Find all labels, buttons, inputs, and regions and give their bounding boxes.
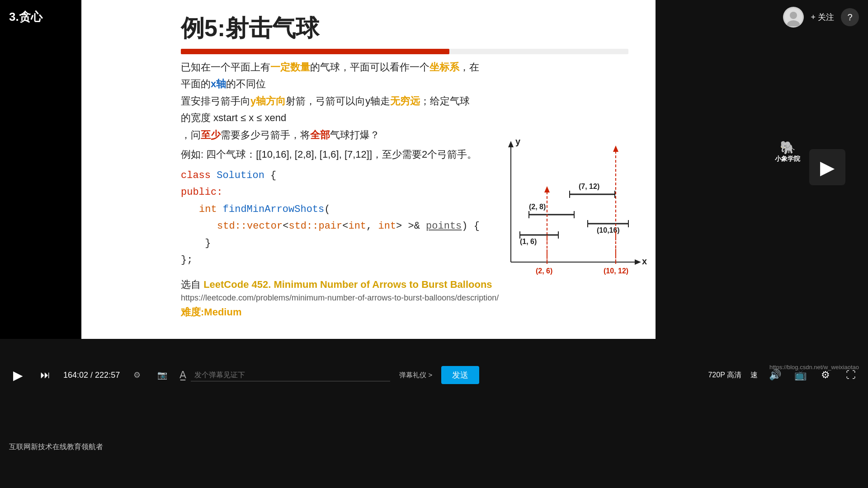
code-line3: int findMinArrowShots( bbox=[181, 201, 480, 218]
svg-text:(1, 6): (1, 6) bbox=[520, 238, 537, 245]
difficulty-line: 难度:Medium bbox=[181, 305, 628, 319]
tv-icon[interactable]: ▶ bbox=[809, 149, 845, 185]
bottom-bar: ▶ ⏭ 164:02 / 222:57 ⚙ 📷 A̲ 弹幕礼仪 > 发送 720… bbox=[0, 339, 868, 488]
svg-text:x: x bbox=[642, 256, 647, 266]
speed-button[interactable]: 速 bbox=[750, 371, 758, 380]
channel-info-row: 互联网新技术在线教育领航者 bbox=[9, 442, 859, 452]
quality-button[interactable]: 720P 高清 bbox=[708, 371, 741, 380]
svg-text:(10,16): (10,16) bbox=[597, 226, 620, 234]
screenshot-icon[interactable]: 📷 bbox=[154, 367, 170, 383]
leetcode-reference: 选自 LeetCode 452. Minimum Number of Arrow… bbox=[181, 278, 628, 319]
elephant-logo: 🐘 小象学院 bbox=[775, 140, 800, 190]
svg-point-34 bbox=[790, 12, 797, 19]
danmaku-text-icon[interactable]: A̲ bbox=[179, 369, 186, 381]
text-line3: ，问至少需要多少弓箭手，将全部气球打爆？ bbox=[181, 127, 479, 143]
avatar bbox=[783, 7, 804, 28]
text-line2: 置安排弓箭手向y轴方向射箭，弓箭可以向y轴走无穷远；给定气球的宽度 xstart… bbox=[181, 93, 479, 127]
slide-progress-fill bbox=[181, 49, 449, 54]
total-time: 222:57 bbox=[95, 371, 120, 380]
play-button[interactable]: ▶ bbox=[9, 366, 27, 384]
danmaku-input[interactable] bbox=[191, 369, 390, 381]
leetcode-url: https://leetcode.com/problems/minimum-nu… bbox=[181, 293, 628, 303]
svg-marker-11 bbox=[613, 145, 618, 152]
bottom-content-rows: 互联网新技术在线教育领航者 bbox=[0, 442, 868, 452]
svg-text:(2, 6): (2, 6) bbox=[536, 267, 552, 275]
code-line1: class Solution { bbox=[181, 167, 480, 184]
code-line5: } bbox=[181, 235, 480, 252]
time-display: 164:02 / 222:57 bbox=[63, 371, 120, 380]
danmaku-input-area: A̲ bbox=[179, 369, 390, 381]
svg-marker-1 bbox=[508, 141, 514, 147]
svg-text:(10, 12): (10, 12) bbox=[604, 267, 628, 275]
danmaku-settings-icon[interactable]: ⚙ bbox=[129, 367, 145, 383]
code-block: class Solution { public: int findMinArro… bbox=[181, 167, 480, 268]
blog-url: https://blog.csdn.net/w_weixiaotao bbox=[769, 364, 859, 371]
sidebar-right: + 关注 ? ▶ 🐘 小象学院 bbox=[656, 0, 868, 339]
controls-row: ▶ ⏭ 164:02 / 222:57 ⚙ 📷 A̲ 弹幕礼仪 > 发送 720… bbox=[0, 361, 868, 389]
svg-marker-4 bbox=[635, 259, 641, 265]
slide-progress-bar bbox=[181, 49, 628, 54]
svg-text:(7, 12): (7, 12) bbox=[579, 183, 599, 190]
video-slide-area: 例5:射击气球 已知在一个平面上有一定数量的气球，平面可以看作一个坐标系，在平面… bbox=[81, 0, 656, 339]
coordinate-diagram: y x (7, 12) (2, 8) bbox=[475, 136, 656, 280]
help-button[interactable]: ? bbox=[841, 8, 859, 26]
svg-text:(2, 8): (2, 8) bbox=[529, 203, 546, 211]
code-line4: std::vector<std::pair<int, int> >& point… bbox=[181, 218, 480, 235]
leetcode-link-line: 选自 LeetCode 452. Minimum Number of Arrow… bbox=[181, 278, 628, 291]
top-label: 3.贪心 bbox=[9, 9, 42, 25]
slide-content: 已知在一个平面上有一定数量的气球，平面可以看作一个坐标系，在平面的x轴的不同位 … bbox=[181, 59, 479, 163]
svg-marker-17 bbox=[544, 186, 550, 192]
danmaku-gift-button[interactable]: 弹幕礼仪 > bbox=[399, 371, 432, 380]
code-line2: public: bbox=[181, 184, 480, 201]
current-time: 164:02 bbox=[63, 371, 88, 380]
sidebar-left bbox=[0, 0, 81, 339]
follow-button[interactable]: + 关注 bbox=[811, 12, 834, 23]
code-line6: }; bbox=[181, 252, 480, 268]
skip-next-button[interactable]: ⏭ bbox=[36, 366, 54, 384]
svg-text:y: y bbox=[515, 136, 521, 146]
text-line1: 已知在一个平面上有一定数量的气球，平面可以看作一个坐标系，在平面的x轴的不同位 bbox=[181, 59, 479, 93]
slide-title: 例5:射击气球 bbox=[181, 13, 319, 44]
channel-name: 互联网新技术在线教育领航者 bbox=[9, 442, 103, 452]
send-button[interactable]: 发送 bbox=[441, 366, 479, 384]
text-example: 例如: 四个气球：[[10,16], [2,8], [1,6], [7,12]]… bbox=[181, 146, 479, 163]
top-right-controls: + 关注 ? bbox=[783, 7, 859, 28]
